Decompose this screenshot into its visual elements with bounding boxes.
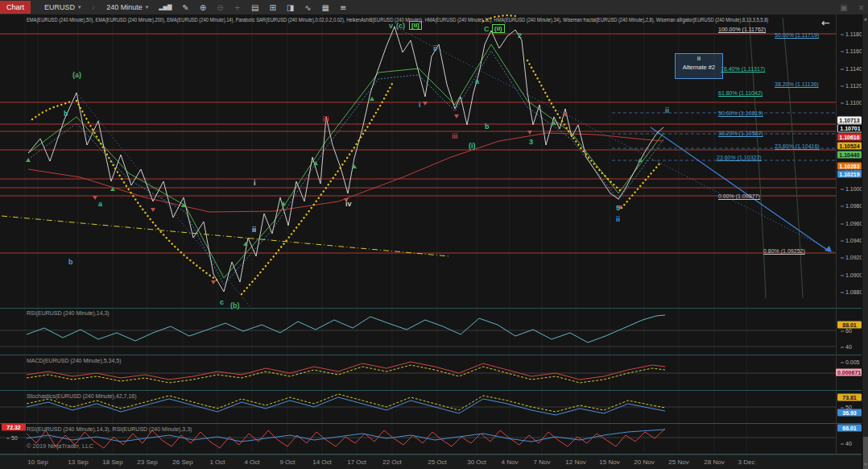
toolbar: Chart EURUSD ▾ ⌕ 240 Minute ▾ ▂▅▇ ✎ ⊕ ⊖ … — [0, 0, 868, 15]
price-marker-badge: 1.10283 — [837, 163, 862, 170]
panel-splitter[interactable] — [0, 308, 862, 309]
panel-label-macd: MACD(EURUSD (240 Minute),5,34,5) — [27, 358, 121, 363]
price-marker-badge: 66.01 — [837, 425, 862, 432]
instrument-select[interactable]: EURUSD ▾ — [41, 3, 85, 11]
chevron-down-icon: ▾ — [78, 4, 81, 10]
alternate-wave-label: ii — [676, 54, 722, 64]
tab-chart[interactable]: Chart — [0, 1, 31, 14]
price-marker-badge: 88.01 — [837, 322, 862, 329]
price-axis-border — [836, 15, 837, 454]
alternate-annotation[interactable]: ii Alternate #2 — [675, 53, 723, 79]
interval-select[interactable]: 240 Minute ▾ — [103, 3, 151, 11]
scroll-down-icon[interactable]: ▼ — [862, 462, 868, 467]
zoom-out-icon[interactable]: ⊖ — [213, 3, 226, 12]
alternate-text: Alternate #2 — [676, 64, 722, 72]
axis-tick-label: 0.005 — [841, 359, 860, 365]
data-box-icon[interactable]: ▤ — [248, 3, 262, 12]
price-marker-badge: 1.10713 — [837, 117, 862, 124]
axis-tick-label: 40 — [841, 441, 852, 446]
window-grid-icon[interactable]: ▣ — [837, 3, 850, 12]
panel-label-stochastics: Stochastics(EURUSD (240 Minute),42,7,16) — [27, 393, 137, 399]
chevron-down-icon: ▾ — [146, 4, 149, 10]
properties-icon[interactable]: ≡ — [337, 3, 349, 12]
copyright-text: © 2019 NinjaTrader, LLC — [27, 442, 93, 450]
panel-splitter[interactable] — [0, 390, 862, 391]
indicator-label: EMA(EURUSD (240 Minute),50), EMA(EURUSD … — [27, 17, 839, 23]
panel-splitter[interactable] — [0, 355, 862, 355]
time-axis[interactable] — [0, 454, 862, 469]
arrow-left-icon[interactable]: ← — [821, 17, 830, 29]
price-marker-badge: 1.10524 — [837, 143, 862, 150]
axis-tick-label: 40 — [841, 344, 852, 350]
axis-tick-label: 60 — [841, 328, 852, 334]
price-marker-badge: 1.10616 — [837, 134, 862, 141]
chart-style-icon[interactable]: ▂▅▇ — [155, 4, 175, 10]
panel-label-rsi1: RSI(EURUSD (240 Minute),14,3) — [27, 310, 110, 316]
price-marker-badge: 1.10440 — [837, 151, 862, 159]
chart-trader-icon[interactable]: ◨ — [283, 3, 297, 12]
instrument-label: EURUSD — [44, 3, 75, 11]
pencil-icon[interactable]: ✎ — [179, 3, 192, 12]
crosshair-icon[interactable]: + — [231, 3, 244, 12]
price-marker-badge: 1.10701 — [837, 124, 863, 133]
price-marker-badge: 73.81 — [837, 394, 862, 401]
zoom-in-icon[interactable]: ⊕ — [196, 3, 209, 12]
drawing-zigzag-icon[interactable]: ∿ — [301, 3, 314, 12]
alerts-icon[interactable]: ⊞ — [266, 3, 279, 12]
panel-label-rsi2: RSI(EURUSD (240 Minute),14,3), RSI(EURUS… — [27, 426, 192, 432]
price-marker-badge: 1.10219 — [837, 171, 862, 178]
price-marker-badge: 0.000671 — [836, 369, 862, 376]
interval-label: 240 Minute — [106, 3, 143, 11]
ninjatrader-window: Chart EURUSD ▾ ⌕ 240 Minute ▾ ▂▅▇ ✎ ⊕ ⊖ … — [0, 0, 868, 469]
rsi1-plot[interactable] — [0, 309, 836, 355]
axis-tick-label: 50 — [841, 405, 852, 410]
macd-plot[interactable] — [0, 355, 836, 390]
close-icon[interactable]: × — [855, 3, 868, 12]
panel-splitter[interactable] — [0, 423, 862, 424]
price-marker-badge: 36.93 — [837, 409, 862, 417]
search-icon[interactable]: ⌕ — [89, 2, 100, 12]
scroll-up-icon[interactable]: ▲ — [862, 16, 868, 21]
vertical-scrollbar[interactable]: ▲ ▼ — [862, 15, 868, 469]
templates-icon[interactable]: ▦ — [319, 3, 333, 12]
